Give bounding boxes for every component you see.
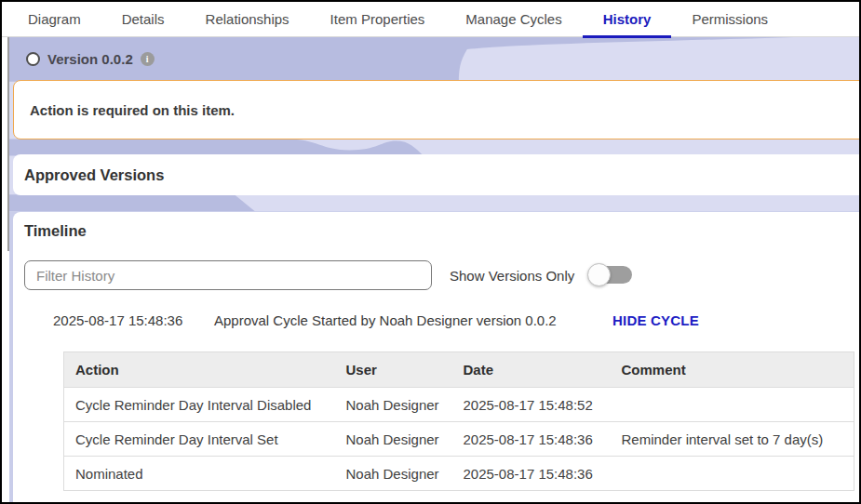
history-table: ActionUserDateComment Cycle Reminder Day… bbox=[63, 351, 854, 491]
hide-cycle-link[interactable]: HIDE CYCLE bbox=[612, 312, 699, 328]
cell-date: 2025-08-17 15:48:52 bbox=[452, 388, 611, 422]
tab-permissions[interactable]: Permissions bbox=[671, 2, 788, 37]
table-row: Cycle Reminder Day Interval DisabledNoah… bbox=[64, 388, 854, 422]
filter-history-input[interactable] bbox=[24, 260, 432, 290]
version-label: Version 0.0.2 bbox=[47, 51, 133, 67]
history-view: DiagramDetailsRelationshipsItem Properti… bbox=[0, 0, 861, 504]
cell-comment: Reminder interval set to 7 day(s) bbox=[611, 422, 854, 457]
action-required-notice: Action is required on this item. bbox=[13, 80, 861, 139]
history-table-header-row: ActionUserDateComment bbox=[64, 352, 854, 388]
cell-comment bbox=[611, 388, 854, 422]
version-bar: Version 0.0.2 i bbox=[26, 48, 155, 69]
show-versions-only-toggle[interactable] bbox=[587, 262, 632, 288]
column-header-user: User bbox=[335, 352, 452, 388]
show-versions-only-label: Show Versions Only bbox=[450, 268, 574, 284]
cycle-entry-description: Approval Cycle Started by Noah Designer … bbox=[214, 312, 557, 328]
cycle-entry: 2025-08-17 15:48:36 Approval Cycle Start… bbox=[13, 312, 861, 331]
tab-item-properties[interactable]: Item Properties bbox=[310, 2, 446, 37]
tab-diagram[interactable]: Diagram bbox=[7, 2, 101, 37]
cell-date: 2025-08-17 15:48:36 bbox=[452, 457, 611, 491]
timeline-panel: Timeline Show Versions Only 2025-08-17 1… bbox=[13, 212, 861, 504]
cell-action: Cycle Reminder Day Interval Disabled bbox=[64, 388, 335, 422]
column-header-date: Date bbox=[452, 352, 611, 388]
cell-comment bbox=[611, 457, 854, 491]
approved-versions-panel[interactable]: Approved Versions bbox=[13, 154, 861, 195]
cell-user: Noah Designer bbox=[335, 422, 452, 457]
cell-action: Nominated bbox=[64, 457, 335, 491]
toggle-knob bbox=[587, 263, 611, 286]
tab-bar: DiagramDetailsRelationshipsItem Properti… bbox=[2, 2, 859, 37]
timeline-title: Timeline bbox=[24, 222, 87, 240]
approved-versions-title: Approved Versions bbox=[24, 166, 164, 184]
cycle-entry-date: 2025-08-17 15:48:36 bbox=[53, 312, 182, 328]
column-header-comment: Comment bbox=[611, 352, 854, 388]
info-icon[interactable]: i bbox=[141, 52, 155, 66]
tab-manage-cycles[interactable]: Manage Cycles bbox=[445, 2, 582, 37]
table-row: Cycle Reminder Day Interval SetNoah Desi… bbox=[64, 422, 854, 457]
cell-user: Noah Designer bbox=[335, 457, 452, 491]
tab-relationships[interactable]: Relationships bbox=[185, 2, 310, 37]
column-header-action: Action bbox=[64, 352, 335, 388]
cell-date: 2025-08-17 15:48:36 bbox=[452, 422, 611, 457]
table-row: NominatedNoah Designer2025-08-17 15:48:3… bbox=[64, 457, 854, 491]
cell-action: Cycle Reminder Day Interval Set bbox=[64, 422, 335, 457]
version-radio[interactable] bbox=[26, 52, 40, 66]
tab-history[interactable]: History bbox=[583, 2, 672, 37]
notice-message: Action is required on this item. bbox=[30, 102, 235, 118]
tab-details[interactable]: Details bbox=[101, 2, 185, 37]
cell-user: Noah Designer bbox=[335, 388, 452, 422]
scrollbar-rail[interactable] bbox=[7, 35, 9, 251]
